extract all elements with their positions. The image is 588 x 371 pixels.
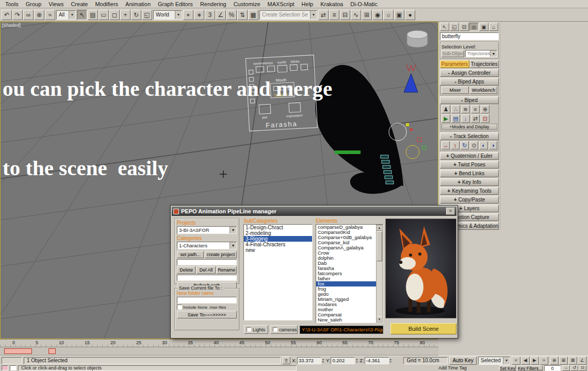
convert-icon[interactable]: ⇄ — [471, 114, 480, 123]
menu-item[interactable]: Animation — [122, 1, 154, 7]
layer-manager-icon[interactable]: ⊟ — [340, 10, 350, 20]
select-by-name-icon[interactable]: ▤ — [88, 10, 98, 20]
redo-icon[interactable]: ↷ — [12, 10, 23, 20]
list-item[interactable]: Crow — [316, 250, 376, 256]
rollout-biped-apps[interactable]: - Biped Apps — [440, 78, 499, 86]
menu-item[interactable]: MAXScript — [264, 1, 298, 7]
elements-list[interactable]: comparseD_galabyaComparse0KidComparse+0d… — [316, 224, 383, 323]
rename-button[interactable]: Rename — [217, 266, 237, 274]
list-item[interactable]: 1-Design-Chract — [244, 225, 312, 230]
menu-item[interactable]: Di-O-Matic — [347, 1, 381, 7]
pan-icon[interactable]: ↔ — [562, 365, 570, 371]
build-scene-button[interactable]: Build Scene — [390, 323, 456, 334]
select-and-rotate-icon[interactable]: ↻ — [131, 10, 141, 20]
snap-toggle-icon[interactable]: 3 — [205, 10, 215, 20]
viewcube[interactable] — [404, 28, 431, 52]
tab-parameters[interactable]: Parameters — [440, 60, 469, 68]
angle-snap-icon[interactable]: ∠ — [216, 10, 226, 20]
y-coordinate-field[interactable]: 0.202 — [331, 357, 355, 364]
cameras-checkbox[interactable]: cameras — [270, 325, 298, 334]
select-and-move-icon[interactable]: + — [120, 10, 130, 20]
sub-object-level-select[interactable]: Trajectories ▼ — [465, 50, 497, 57]
edit-named-selections-icon[interactable]: ▦ — [248, 10, 258, 20]
select-and-manipulate-icon[interactable]: ∗ — [194, 10, 204, 20]
schematic-view-icon[interactable]: ⊞ — [362, 10, 372, 20]
scroll-up-icon[interactable]: ▲ — [377, 225, 382, 231]
curve-editor-icon[interactable]: ∿ — [351, 10, 361, 20]
unlink-selection-icon[interactable]: ⊗ — [34, 10, 44, 20]
scrollbar-thumb[interactable] — [377, 231, 382, 261]
menu-item[interactable]: Modifiers — [91, 1, 122, 7]
mixer-mode-icon[interactable]: ≡ — [471, 105, 480, 113]
zoom-extents-icon[interactable]: ⊠ — [568, 357, 577, 365]
menu-item[interactable]: Customize — [230, 1, 264, 7]
object-name-field[interactable]: butterfly — [440, 32, 499, 40]
create-project-button[interactable]: create project — [205, 251, 237, 258]
go-to-end-icon[interactable]: » — [540, 357, 548, 365]
menu-item[interactable]: Tools — [2, 1, 22, 7]
body-horizontal-icon[interactable]: ↔ — [442, 141, 450, 149]
rollout-quaternion-euler[interactable]: + Quaternion / Euler — [440, 152, 499, 160]
body-vertical-icon[interactable]: ↕ — [451, 141, 459, 149]
list-item[interactable]: father — [316, 276, 376, 281]
bind-to-spacewarp-icon[interactable]: ≈ — [45, 10, 55, 20]
spinner-snap-icon[interactable]: ⇅ — [237, 10, 248, 20]
close-icon[interactable]: × — [446, 208, 455, 215]
list-item[interactable]: New_saleh — [316, 317, 376, 323]
mini-listener-field[interactable] — [10, 365, 17, 370]
include-max-files-checkbox[interactable] — [177, 305, 182, 310]
track-bar[interactable] — [0, 347, 438, 356]
menu-item[interactable]: Graph Editors — [154, 1, 197, 7]
list-item[interactable]: gedo — [316, 292, 376, 297]
select-link-icon[interactable]: ∞ — [23, 10, 34, 20]
hierarchy-tab-icon[interactable]: ⊟ — [460, 23, 469, 31]
add-time-tag[interactable]: Add Time Tag — [438, 365, 467, 370]
rollout-biped[interactable]: - Biped — [440, 96, 499, 104]
selection-region-icon[interactable]: ▭ — [99, 10, 109, 20]
list-item[interactable]: Comparse_kid — [316, 240, 376, 245]
list-item[interactable]: mother — [316, 307, 376, 312]
menu-item[interactable]: Views — [45, 1, 67, 7]
motion-flow-mode-icon[interactable]: ≋ — [461, 105, 470, 113]
selection-filter-select[interactable]: All ▼ — [56, 10, 76, 20]
rollout-twist-poses[interactable]: + Twist Poses — [440, 161, 499, 168]
named-selection-sets-input[interactable]: Create Selection Se ▼ — [259, 10, 317, 20]
spinner-icon[interactable]: ▲▼ — [322, 358, 324, 363]
absolute-offset-toggle-icon[interactable]: ± — [282, 357, 290, 364]
symmetrical-icon[interactable]: ◐ — [479, 141, 487, 149]
use-pivot-center-icon[interactable]: ⌖ — [183, 10, 193, 20]
text-field[interactable] — [177, 259, 237, 265]
previous-frame-icon[interactable]: ◀ — [521, 357, 530, 365]
category-select[interactable]: 1-Characters ▼ — [177, 242, 237, 249]
list-item[interactable]: fatcompers — [316, 271, 376, 276]
create-tab-icon[interactable]: ↖ — [440, 23, 449, 31]
current-frame-field[interactable]: 0 — [544, 365, 561, 371]
list-item[interactable]: dolphin — [316, 256, 376, 261]
list-item[interactable]: Miriam_rigged — [316, 297, 376, 302]
list-item[interactable]: new — [244, 247, 312, 253]
select-and-scale-icon[interactable]: ◱ — [142, 10, 152, 20]
menu-item[interactable]: Krakatoa — [317, 1, 347, 7]
list-item[interactable]: comparseD_galabya — [316, 225, 376, 230]
z-coordinate-field[interactable]: -4.361 — [365, 357, 389, 364]
biped-playback-icon[interactable]: ▶ — [442, 114, 450, 123]
modify-tab-icon[interactable]: ◱ — [450, 23, 459, 31]
load-file-icon[interactable]: ▤ — [451, 114, 460, 123]
delete-button[interactable]: Delete — [177, 266, 195, 274]
list-item[interactable]: modares — [316, 302, 376, 307]
spinner-icon[interactable]: ▲▼ — [355, 358, 358, 363]
save-file-icon[interactable]: ↓ — [461, 114, 470, 123]
rollout-copy-paste[interactable]: + Copy/Paste — [440, 196, 499, 204]
key-filters-button[interactable]: Key Filters... — [517, 365, 543, 371]
sub-object-button[interactable]: Sub-Object — [442, 50, 464, 57]
quick-render-icon[interactable]: ● — [405, 10, 415, 20]
rollout-keyframing-tools[interactable]: + Keyframing Tools — [440, 187, 499, 195]
list-item[interactable]: ComparsnA_galabya — [316, 245, 376, 250]
rendered-frame-icon[interactable]: ▣ — [394, 10, 404, 20]
material-editor-icon[interactable]: ◉ — [372, 10, 383, 20]
lock-com-keying-icon[interactable]: ⊙ — [470, 141, 478, 149]
list-item[interactable]: frog — [316, 286, 376, 292]
elements-scrollbar[interactable]: ▲ ▼ — [376, 225, 383, 323]
rollout-modes-and-display[interactable]: +Modes and Display — [442, 124, 497, 130]
move-all-dialog-icon[interactable]: ⊡ — [481, 114, 489, 123]
